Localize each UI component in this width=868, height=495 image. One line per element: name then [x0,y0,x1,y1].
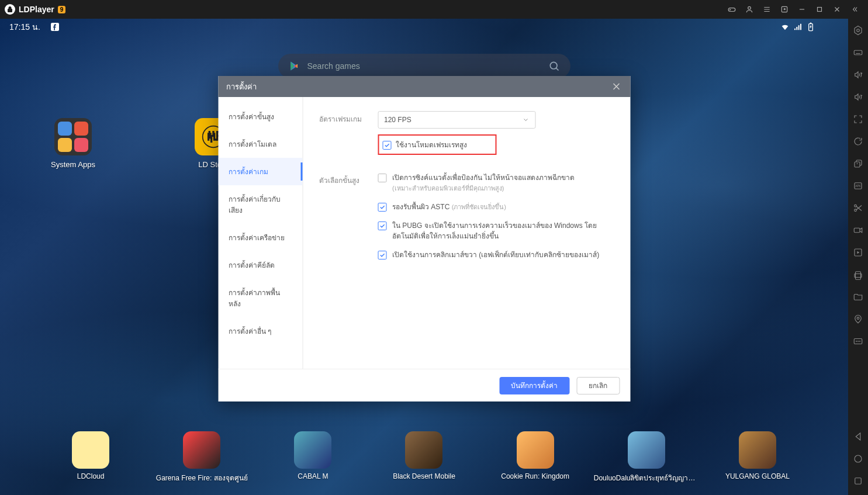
taskbar-item-5[interactable]: DouluoDaluลิขิตประยุทธ์วิญญาณาจารย์ [603,431,690,483]
location-icon[interactable] [852,313,864,325]
framerate-dropdown[interactable]: 120 FPS [378,111,535,129]
vsync-checkbox[interactable] [378,174,386,182]
taskbar-item-1[interactable]: Garena Free Fire: สองจุดศูนย์ [158,431,245,483]
settings-gear-icon[interactable] [852,25,864,36]
search-input[interactable] [307,61,541,71]
facebook-icon[interactable] [51,23,59,31]
svg-point-24 [859,341,860,342]
high-fps-checkbox[interactable] [382,141,391,150]
modal-footer: บันทึกการตั้งค่า ยกเลิก [218,369,630,401]
sidebar-item-2[interactable]: การตั้งค่าเกม [218,158,302,185]
fullscreen-icon[interactable] [852,113,864,125]
app-name: LDPlayer [19,5,54,14]
status-indicators [780,22,815,32]
maximize-button[interactable] [811,1,828,18]
chevron-down-icon [522,116,529,123]
taskbar-item-3[interactable]: Black Desert Mobile [380,431,468,483]
sidebar-item-4[interactable]: การตั้งค่าเครือข่าย [218,224,302,251]
taskbar-img [183,431,220,469]
svg-rect-16 [854,228,860,233]
taskbar-img [517,431,554,469]
taskbar-label: Cookie Run: Kingdom [501,472,569,480]
back-nav-icon[interactable] [852,431,864,442]
taskbar-label: DouluoDaluลิขิตประยุทธ์วิญญาณาจารย์ [594,472,699,483]
sidebar-item-7[interactable]: การตั้งค่าอื่น ๆ [218,317,302,345]
astc-sublabel: (ภาพที่ชัดเจนยิ่งขึ้น) [452,203,506,210]
pubg-checkbox[interactable] [378,221,386,230]
taskbar-img [294,431,331,469]
sidebar-item-0[interactable]: การตั้งค่าขั้นสูง [218,103,302,130]
more-icon[interactable] [852,335,864,347]
multi-instance-icon[interactable] [852,158,864,169]
taskbar-item-0[interactable]: LDCloud [47,431,134,483]
system-apps-icon[interactable]: System Apps [47,118,99,169]
search-icon[interactable] [548,60,560,72]
taskbar-label: Garena Free Fire: สองจุดศูนย์ [156,472,248,483]
modal-sidebar: การตั้งค่าขั้นสูงการตั้งค่าโมเดลการตั้งค… [218,97,303,369]
record-icon[interactable] [852,224,864,236]
titlebar: LDPlayer 9 [0,0,868,19]
taskbar-item-4[interactable]: Cookie Run: Kingdom [492,431,579,483]
sidebar-item-5[interactable]: การตั้งค่าคีย์ลัด [218,251,302,279]
close-icon[interactable] [610,81,622,92]
modal-title: การตั้งค่า [226,81,257,93]
sidebar-item-6[interactable]: การตั้งค่าภาพพื้นหลัง [218,279,302,317]
minimize-button[interactable] [793,1,811,18]
menu-icon[interactable] [758,1,776,18]
astc-checkbox[interactable] [378,203,386,212]
taskbar-img [628,431,665,469]
keyboard-icon[interactable] [852,47,864,58]
framerate-value: 120 FPS [384,116,411,124]
search-bar[interactable] [278,54,570,78]
signal-icon [793,22,803,32]
taskbar-img [405,431,442,469]
operation-record-icon[interactable] [852,247,864,258]
taskbar-label: YULGANG GLOBAL [725,472,790,480]
framerate-label: อัตราเฟรมเกม [319,111,366,124]
app-logo: LDPlayer 9 [5,4,65,15]
status-time: 17:15 น. [9,20,40,33]
battery-icon [806,22,815,32]
android-statusbar: 17:15 น. [0,19,848,35]
svg-marker-8 [855,26,862,35]
recent-nav-icon[interactable] [852,475,864,487]
popout-icon[interactable] [776,1,793,18]
sidebar-item-1[interactable]: การตั้งค่าโมเดล [218,130,302,158]
user-icon[interactable] [741,1,758,18]
wifi-icon [780,22,790,32]
tool-sidebar: APK [848,19,868,495]
save-button[interactable]: บันทึกการตั้งค่า [499,377,569,394]
rightclick-checkbox[interactable] [378,251,386,259]
svg-point-23 [857,341,859,342]
vsync-sublabel: (เหมาะสำหรับคอมพิวเตอร์ที่มีคุณภาพสูง) [392,185,504,192]
scissors-icon[interactable] [852,202,864,214]
cancel-button[interactable]: ยกเลิก [576,377,620,394]
svg-point-20 [857,317,859,320]
volume-up-icon[interactable] [852,69,864,81]
vsync-label: เปิดการซิงค์แนวตั้งเพื่อป้องกัน ไม่ให้หน… [392,174,575,182]
collapse-sidebar-icon[interactable] [846,1,863,18]
svg-point-9 [857,29,860,32]
gamepad-icon[interactable] [723,1,741,18]
taskbar: LDCloudGarena Free Fire: สองจุดศูนย์CABA… [0,431,848,483]
play-store-icon [289,60,300,72]
taskbar-item-6[interactable]: YULGANG GLOBAL [714,431,801,483]
sync-icon[interactable] [852,136,864,147]
screenshot-icon[interactable] [852,269,864,281]
modal-content: อัตราเฟรมเกม 120 FPS ใช้งานโหมดเฟรมเรทสู… [303,97,630,369]
taskbar-item-2[interactable]: CABAL M [269,431,357,483]
sidebar-item-3[interactable]: การตั้งค่าเกี่ยวกับเสียง [218,185,302,224]
folder-icon[interactable] [852,291,864,303]
svg-point-6 [550,62,557,69]
svg-rect-26 [855,478,862,484]
close-button[interactable] [828,1,846,18]
home-nav-icon[interactable] [852,453,864,465]
rightclick-label: เปิดใช้งานการคลิกเมาส์ขวา (เอฟเฟ็กต์เทีย… [392,251,599,259]
volume-down-icon[interactable] [852,91,864,103]
svg-text:APK: APK [855,185,860,188]
svg-point-22 [856,341,857,342]
taskbar-img [72,431,109,469]
advanced-label: ตัวเลือกขั้นสูง [319,172,366,186]
apk-icon[interactable]: APK [852,180,864,192]
taskbar-label: CABAL M [298,472,328,480]
